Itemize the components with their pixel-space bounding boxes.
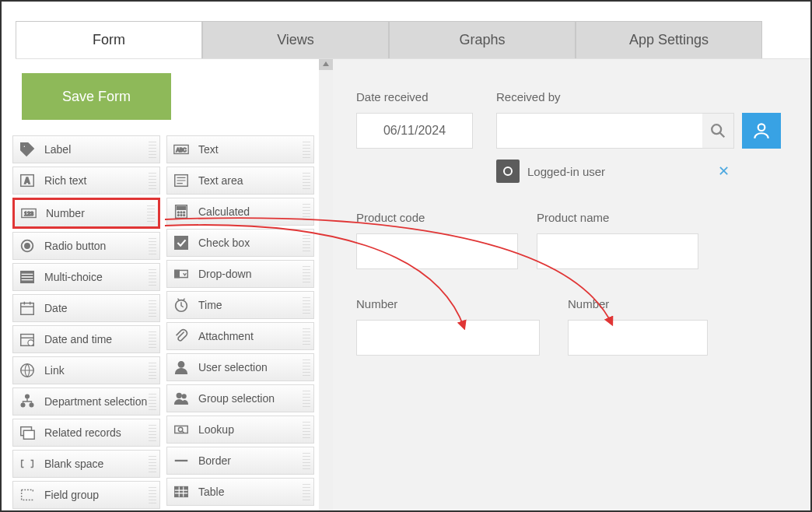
- svg-point-13: [21, 403, 25, 407]
- palette-item-attach[interactable]: Attachment: [166, 322, 314, 350]
- drag-grip-icon: [149, 238, 156, 255]
- text-icon: ABC: [172, 140, 191, 159]
- palette-item-fieldgroup[interactable]: Field group: [12, 481, 160, 509]
- number-input-1[interactable]: [356, 320, 540, 356]
- field-label: Time: [198, 299, 222, 311]
- label-icon: [18, 140, 37, 159]
- product-name-input[interactable]: [537, 233, 698, 269]
- product-code-input[interactable]: [356, 233, 518, 269]
- search-icon[interactable]: [702, 114, 733, 148]
- palette-item-dropdown[interactable]: Drop-down: [166, 260, 314, 288]
- field-label: Field group: [44, 489, 99, 501]
- svg-point-25: [177, 215, 179, 216]
- palette-item-radio[interactable]: Radio button: [12, 232, 160, 260]
- drag-grip-icon: [149, 300, 156, 317]
- palette-item-related[interactable]: Related records: [12, 419, 160, 447]
- number-input-2[interactable]: [568, 320, 708, 356]
- tab-app-settings[interactable]: App Settings: [576, 21, 762, 58]
- palette-item-link[interactable]: Link: [12, 356, 160, 384]
- field-label: Text: [198, 143, 219, 156]
- svg-point-6: [25, 244, 30, 248]
- svg-point-34: [182, 395, 186, 398]
- drag-grip-icon: [149, 331, 156, 349]
- field-palette: Save Form LabelARich text123NumberRadio …: [2, 59, 319, 511]
- svg-point-12: [26, 395, 30, 398]
- svg-point-24: [184, 212, 185, 213]
- number-label-1: Number: [356, 297, 540, 310]
- palette-item-number[interactable]: 123Number: [12, 198, 160, 229]
- palette-item-lookup[interactable]: Lookup: [166, 416, 314, 444]
- svg-point-40: [758, 124, 765, 131]
- palette-item-table[interactable]: Table: [166, 478, 314, 506]
- radio-icon: [18, 237, 37, 255]
- svg-point-0: [23, 146, 26, 148]
- palette-item-dept[interactable]: Department selection: [12, 388, 160, 416]
- received-by-search-input[interactable]: [497, 114, 702, 148]
- drag-grip-icon: [147, 205, 155, 223]
- drag-grip-icon: [303, 359, 310, 377]
- palette-item-date[interactable]: Date: [12, 294, 160, 322]
- field-label: Rich text: [44, 174, 86, 187]
- palette-item-multi[interactable]: Multi-choice: [12, 263, 160, 291]
- palette-item-datetime[interactable]: Date and time: [12, 325, 160, 353]
- save-form-button[interactable]: Save Form: [22, 73, 171, 120]
- logged-in-user-chip[interactable]: Logged-in user: [496, 160, 605, 183]
- palette-item-textarea[interactable]: Text area: [166, 167, 314, 195]
- palette-item-label[interactable]: Label: [12, 135, 160, 163]
- palette-item-richtext[interactable]: ARich text: [12, 167, 160, 195]
- related-icon: [18, 423, 37, 442]
- date-icon: [18, 299, 37, 317]
- tab-bar: Form Views Graphs App Settings: [16, 21, 810, 59]
- svg-point-33: [177, 393, 181, 398]
- field-label: Multi-choice: [44, 271, 103, 283]
- date-received-input[interactable]: [356, 113, 473, 149]
- drag-grip-icon: [149, 173, 156, 190]
- table-icon: [172, 482, 191, 501]
- multi-icon: [18, 268, 37, 286]
- drag-grip-icon: [149, 363, 156, 380]
- product-code-label: Product code: [356, 211, 518, 224]
- drag-grip-icon: [149, 456, 156, 473]
- svg-point-23: [180, 212, 182, 213]
- tab-form[interactable]: Form: [16, 21, 202, 58]
- palette-item-text[interactable]: ABCText: [166, 135, 314, 163]
- palette-item-blank[interactable]: Blank space: [12, 450, 160, 478]
- lookup-icon: [172, 420, 191, 439]
- tab-views[interactable]: Views: [202, 21, 389, 58]
- svg-text:ABC: ABC: [176, 147, 187, 153]
- field-label: Date and time: [44, 333, 112, 345]
- field-label: Table: [198, 486, 224, 498]
- drag-grip-icon: [303, 484, 310, 501]
- drag-grip-icon: [303, 328, 310, 345]
- fieldgroup-icon: [18, 486, 37, 504]
- field-label: Related records: [44, 426, 121, 439]
- user-picker-button[interactable]: [742, 113, 781, 149]
- avatar-icon: [496, 160, 520, 183]
- remove-chip-icon[interactable]: ✕: [718, 163, 730, 180]
- svg-rect-37: [175, 487, 188, 497]
- group-icon: [172, 389, 191, 408]
- field-label: Radio button: [44, 240, 106, 252]
- field-label: Blank space: [44, 458, 103, 470]
- palette-item-calc[interactable]: Calculated: [166, 198, 314, 226]
- scrollbar[interactable]: [319, 59, 333, 511]
- field-label: Check box: [198, 237, 250, 249]
- drag-grip-icon: [303, 235, 310, 252]
- drag-grip-icon: [303, 173, 310, 190]
- blank-icon: [18, 454, 37, 473]
- drag-grip-icon: [149, 487, 156, 504]
- field-label: Calculated: [198, 205, 250, 218]
- drag-grip-icon: [303, 391, 310, 408]
- palette-item-user[interactable]: User selection: [166, 353, 314, 381]
- palette-item-check[interactable]: Check box: [166, 229, 314, 257]
- check-icon: [172, 233, 191, 252]
- attach-icon: [172, 327, 191, 345]
- svg-rect-8: [21, 303, 34, 315]
- tab-graphs[interactable]: Graphs: [389, 21, 576, 58]
- palette-item-group[interactable]: Group selection: [166, 384, 314, 412]
- field-label: Text area: [198, 174, 243, 187]
- palette-item-border[interactable]: Border: [166, 447, 314, 475]
- drag-grip-icon: [303, 422, 310, 439]
- field-label: Label: [44, 143, 71, 156]
- palette-item-time[interactable]: Time: [166, 291, 314, 319]
